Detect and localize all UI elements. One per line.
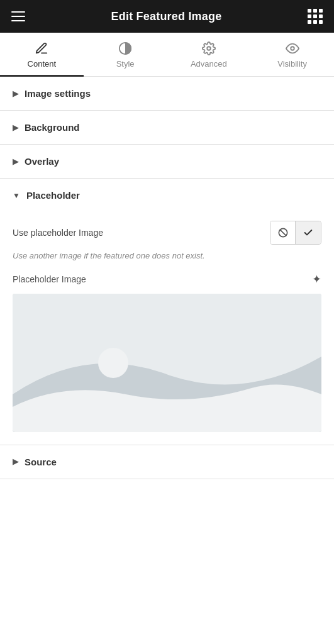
image-settings-arrow: ▶	[13, 89, 18, 98]
pencil-icon	[35, 42, 48, 55]
placeholder-section: ▼ Placeholder Use placeholder Image	[0, 179, 334, 445]
image-settings-header[interactable]: ▶ Image settings	[0, 77, 334, 110]
placeholder-label: Placeholder	[26, 190, 80, 201]
use-placeholder-label: Use placeholder Image	[13, 228, 103, 238]
placeholder-image-label: Placeholder Image	[13, 274, 86, 284]
tab-style[interactable]: Style	[84, 33, 167, 76]
source-arrow: ▶	[13, 457, 18, 466]
placeholder-header[interactable]: ▼ Placeholder	[0, 179, 334, 212]
tab-bar: Content Style Advanced Visibility	[0, 33, 334, 77]
placeholder-image-box[interactable]	[13, 294, 321, 432]
app-header: Edit Featured Image	[0, 0, 334, 33]
placeholder-image-row: Placeholder Image ✦	[13, 272, 321, 286]
toggle-on-button[interactable]	[296, 221, 321, 244]
page-title: Edit Featured Image	[111, 10, 222, 23]
svg-line-4	[280, 230, 286, 235]
svg-point-2	[291, 47, 294, 50]
overlay-section: ▶ Overlay	[0, 145, 334, 179]
hamburger-menu-button[interactable]	[11, 11, 25, 21]
placeholder-arrow: ▼	[13, 191, 20, 200]
svg-point-7	[98, 348, 128, 378]
overlay-header[interactable]: ▶ Overlay	[0, 145, 334, 178]
overlay-arrow: ▶	[13, 157, 18, 166]
image-settings-label: Image settings	[25, 88, 91, 99]
image-settings-section: ▶ Image settings	[0, 77, 334, 111]
toggle-off-button[interactable]	[270, 221, 296, 244]
background-section: ▶ Background	[0, 111, 334, 145]
background-arrow: ▶	[13, 123, 18, 132]
tab-style-label: Style	[116, 59, 135, 69]
source-section: ▶ Source	[0, 445, 334, 479]
eye-icon	[286, 42, 299, 55]
use-placeholder-row: Use placeholder Image	[13, 212, 321, 250]
use-placeholder-toggle-group	[270, 221, 321, 245]
tab-advanced[interactable]: Advanced	[167, 33, 251, 76]
background-label: Background	[25, 122, 80, 133]
tab-visibility-label: Visibility	[277, 59, 307, 69]
overlay-label: Overlay	[25, 156, 59, 167]
placeholder-body: Use placeholder Image Use another image …	[0, 212, 334, 445]
apps-grid-button[interactable]	[308, 9, 323, 24]
check-icon	[303, 228, 313, 238]
style-icon	[118, 42, 132, 55]
gear-icon	[202, 42, 216, 55]
tab-visibility[interactable]: Visibility	[250, 33, 334, 76]
background-header[interactable]: ▶ Background	[0, 111, 334, 144]
svg-point-1	[207, 47, 211, 50]
sparkle-icon[interactable]: ✦	[312, 272, 321, 286]
tab-content-label: Content	[28, 59, 57, 69]
tab-advanced-label: Advanced	[191, 59, 227, 69]
placeholder-hint: Use another image if the featured one do…	[13, 250, 321, 262]
source-header[interactable]: ▶ Source	[0, 445, 334, 479]
placeholder-image-svg	[13, 294, 321, 432]
tab-content[interactable]: Content	[0, 33, 84, 76]
source-label: Source	[25, 457, 57, 467]
ban-icon	[278, 228, 288, 238]
